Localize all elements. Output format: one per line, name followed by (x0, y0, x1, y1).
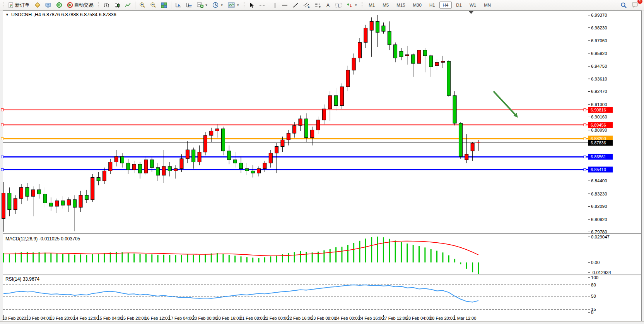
arrows-tool-button[interactable]: ▼ (345, 0, 359, 10)
candle-body (2, 193, 5, 219)
indicators-menu-button[interactable]: ▼ (195, 0, 210, 10)
toolbar-grip[interactable] (2, 2, 4, 9)
macd-histogram-bar (98, 254, 99, 262)
macd-histogram-bar (448, 255, 449, 262)
macd-histogram-bar (68, 254, 69, 262)
candle-body (203, 135, 207, 152)
candle-body (192, 150, 195, 162)
line-anchor-handle[interactable] (1, 156, 3, 158)
tile-windows-button[interactable] (159, 0, 169, 10)
search-button[interactable] (618, 0, 629, 10)
cursor-icon (249, 2, 255, 8)
cursor-tool-button[interactable] (247, 0, 256, 10)
equidistant-channel-tool-button[interactable]: E (301, 0, 312, 10)
macd-histogram-bar (371, 237, 372, 262)
macd-histogram-bar (74, 255, 75, 262)
timeframe-button-w1[interactable]: W1 (466, 2, 480, 9)
toolbar-grip[interactable] (243, 2, 245, 9)
svg-text:E: E (308, 5, 310, 8)
horizontal-line-tool-button[interactable] (280, 0, 290, 10)
macd-histogram-bar (323, 250, 325, 262)
candlestick-chart (0, 0, 644, 324)
line-anchor-handle[interactable] (584, 109, 586, 111)
trendline-tool-button[interactable] (290, 0, 301, 10)
template-icon (228, 2, 235, 8)
templates-menu-button[interactable]: ▼ (226, 0, 241, 10)
candle-body (382, 26, 385, 31)
macd-histogram-bar (241, 256, 242, 262)
macd-histogram-bar (169, 255, 170, 262)
macd-histogram-bar (395, 240, 396, 262)
signals-button[interactable] (54, 0, 64, 10)
candle-body (109, 162, 112, 171)
crosshair-tool-button[interactable] (257, 0, 267, 10)
candle-body (417, 50, 421, 63)
line-anchor-handle[interactable] (1, 109, 3, 111)
macd-histogram-bar (276, 255, 277, 262)
macd-histogram-bar (151, 254, 152, 262)
candle-body (281, 140, 284, 146)
timeframe-button-m15[interactable]: M15 (393, 2, 408, 9)
search-icon (620, 2, 627, 9)
macd-histogram-bar (229, 255, 230, 262)
new-order-label: 新订单 (15, 2, 30, 9)
toolbar-separator (135, 2, 135, 9)
vertical-line-tool-button[interactable] (271, 0, 279, 10)
candle-body (132, 164, 136, 170)
timeframe-button-m1[interactable]: M1 (365, 2, 378, 9)
macd-histogram-bar (145, 254, 147, 262)
line-anchor-handle[interactable] (1, 168, 3, 171)
text-tool-button[interactable]: A (324, 0, 333, 10)
candle-body (311, 130, 314, 138)
macd-histogram-bar (377, 237, 378, 262)
zoom-in-button[interactable] (137, 0, 147, 10)
candle-body (31, 190, 35, 196)
timeframe-button-m30[interactable]: M30 (410, 2, 425, 9)
line-anchor-handle[interactable] (1, 137, 3, 140)
zoom-out-button[interactable] (148, 0, 158, 10)
toolbar-grip[interactable] (361, 2, 363, 9)
toolbar-separator (171, 2, 171, 9)
candle-body (287, 133, 290, 140)
line-anchor-handle[interactable] (584, 124, 586, 126)
candle-body (447, 61, 451, 96)
timeframe-button-mn[interactable]: MN (480, 2, 494, 9)
new-order-button[interactable]: 新订单 (6, 0, 32, 10)
market-watch-button[interactable] (43, 0, 53, 10)
auto-trading-toggle[interactable]: 自动交易 (65, 0, 96, 10)
periods-menu-button[interactable]: ▼ (210, 0, 225, 10)
timeframe-button-m5[interactable]: M5 (379, 2, 392, 9)
macd-histogram-bar (407, 243, 408, 262)
candle-body (364, 28, 367, 42)
timeframe-button-h4[interactable]: H4 (439, 2, 452, 9)
timeframe-button-h1[interactable]: H1 (426, 2, 439, 9)
candle-body (14, 199, 17, 210)
toolbar-grip[interactable] (97, 2, 99, 9)
candle-body (394, 45, 397, 58)
candle-body (38, 190, 41, 194)
macd-histogram-bar (383, 237, 384, 262)
macd-histogram-bar (222, 254, 224, 262)
timeframe-button-d1[interactable]: D1 (453, 2, 465, 9)
bar-chart-button[interactable] (101, 0, 111, 10)
chart-shift-button[interactable] (184, 0, 194, 10)
new-order-icon (8, 2, 14, 8)
line-anchor-handle[interactable] (584, 168, 586, 171)
line-anchor-handle[interactable] (1, 124, 3, 126)
macd-histogram-bar (80, 254, 81, 262)
line-anchor-handle[interactable] (584, 156, 586, 158)
profiles-button[interactable] (32, 0, 43, 10)
text-label-tool-button[interactable]: T (333, 0, 344, 10)
line-chart-icon (125, 2, 131, 8)
macd-histogram-bar (330, 249, 331, 262)
line-chart-button[interactable] (123, 0, 133, 10)
fibonacci-tool-button[interactable]: F (313, 0, 323, 10)
macd-histogram-bar (353, 243, 354, 262)
candle-body (275, 146, 278, 153)
macd-histogram-bar (264, 257, 265, 262)
line-anchor-handle[interactable] (584, 137, 586, 140)
auto-scroll-button[interactable] (173, 0, 183, 10)
candle-body (20, 187, 23, 199)
candlestick-chart-button[interactable] (112, 0, 122, 10)
notifications-button[interactable]: 1 (630, 0, 641, 10)
